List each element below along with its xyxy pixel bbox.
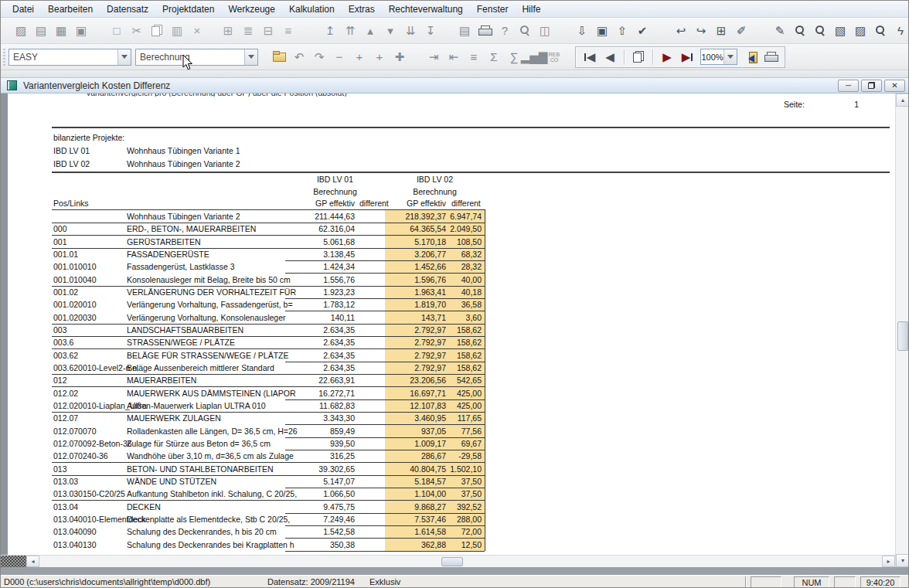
nav-prev-icon[interactable]: ◀ xyxy=(600,48,620,66)
insert-row-icon[interactable]: + xyxy=(369,48,390,66)
reb-co-icon[interactable]: REB CO xyxy=(544,48,564,66)
row-gp-effektiv-lv01: 11.682,83 xyxy=(285,401,355,410)
exit-view-icon[interactable] xyxy=(740,48,761,66)
move-page-down-icon[interactable]: ⇊ xyxy=(400,22,420,40)
nav-first-icon[interactable]: ◀ xyxy=(580,48,600,66)
minimize-button[interactable]: ─ xyxy=(838,80,859,92)
menu-item-fenster[interactable]: Fenster xyxy=(470,2,516,17)
menu-item-rechteverwaltung[interactable]: Rechteverwaltung xyxy=(382,2,470,17)
move-page-up-icon[interactable]: ⇈ xyxy=(340,22,360,40)
view-combobox-dropdown-button[interactable] xyxy=(244,49,257,65)
remove-row-icon[interactable]: − xyxy=(329,48,349,66)
zoom-select[interactable]: 100% xyxy=(700,49,737,65)
link-back-icon[interactable]: ↩ xyxy=(671,22,691,40)
row-different-lv02: 2.049,50 xyxy=(448,224,482,233)
catalog-book-icon[interactable]: ▣ xyxy=(71,22,91,40)
row-different-lv02: 108,50 xyxy=(448,237,482,246)
quick-run-icon[interactable]: ϟ xyxy=(890,22,909,40)
horizontal-scrollbar[interactable]: ◂ ▸ xyxy=(1,555,895,567)
view-combobox[interactable]: Berechnung xyxy=(135,49,258,66)
search-database-icon[interactable] xyxy=(790,22,810,40)
pointer-dart-icon[interactable]: ✐ xyxy=(731,22,751,40)
vertical-scrollbar[interactable]: ▴ ▾ xyxy=(895,93,909,567)
zoom-select-dropdown-button[interactable] xyxy=(723,49,737,64)
import-data-icon[interactable]: ⇩ xyxy=(572,22,592,40)
report-document-icon[interactable]: ▧ xyxy=(830,22,850,40)
export-document-icon[interactable]: ▨ xyxy=(850,22,870,40)
paste-icon[interactable]: ▥ xyxy=(167,22,187,40)
vertical-scroll-thumb[interactable] xyxy=(897,321,908,351)
menu-item-extras[interactable]: Extras xyxy=(342,2,382,17)
copy-icon[interactable] xyxy=(147,22,167,40)
cut-icon[interactable]: ✂ xyxy=(127,22,147,40)
move-up-icon[interactable]: ▴ xyxy=(360,22,380,40)
menu-item-datensatz[interactable]: Datensatz xyxy=(100,2,155,17)
delete-icon[interactable]: × xyxy=(187,22,207,40)
menu-item-hilfe[interactable]: Hilfe xyxy=(515,2,547,17)
document-check-icon[interactable]: ✔ xyxy=(632,22,652,40)
row-pos: 001.010010 xyxy=(53,262,96,271)
indent-left-icon[interactable]: ⇤ xyxy=(444,48,464,66)
horizontal-scroll-thumb[interactable] xyxy=(441,557,463,566)
print-preview-icon[interactable]: ▤ xyxy=(454,22,475,40)
move-down-icon[interactable]: ▾ xyxy=(380,22,400,40)
row-different-lv02: 28,32 xyxy=(448,262,482,271)
scroll-down-icon[interactable]: ▾ xyxy=(896,554,909,567)
layout-combobox-dropdown-button[interactable] xyxy=(117,49,131,65)
export-report-icon[interactable]: ⇧ xyxy=(612,22,632,40)
print-report-icon[interactable] xyxy=(761,48,781,66)
insert-special-icon[interactable]: ✚ xyxy=(390,48,410,66)
gp-effektiv-header-lv02: GP effektiv xyxy=(387,199,446,208)
window-tile-icon[interactable]: ⊞ xyxy=(711,22,731,40)
report-viewport[interactable]: Variantenvergleich pro (Berechnung über … xyxy=(1,93,895,555)
nav-next-icon[interactable]: ▶ xyxy=(657,48,677,66)
report-preview-icon[interactable]: ▤ xyxy=(31,22,51,40)
row-description: MAUERWERK AUS DÄMMSTEINEN (LIAPOR xyxy=(127,389,296,398)
layout-combobox[interactable]: EASY xyxy=(9,49,131,66)
nav-last-icon[interactable]: ▶ xyxy=(677,48,697,66)
restore-button[interactable] xyxy=(861,80,882,92)
chart-bars-icon[interactable]: ▂▅▇ xyxy=(524,48,544,66)
copy-record-icon[interactable] xyxy=(628,48,649,66)
menu-item-werkzeuge[interactable]: Werkzeuge xyxy=(221,2,281,17)
scroll-up-icon[interactable]: ▴ xyxy=(896,93,909,107)
tree-list-icon[interactable]: ≣ xyxy=(238,22,258,40)
toolbar-grip[interactable] xyxy=(3,49,5,66)
link-forward-icon[interactable]: ↪ xyxy=(691,22,711,40)
open-layout-icon[interactable] xyxy=(269,48,289,66)
chart-image-icon[interactable]: ▨ xyxy=(11,22,31,40)
insert-row-above-icon[interactable]: + xyxy=(349,48,369,66)
move-last-icon[interactable]: ↧ xyxy=(420,22,441,40)
numbered-list-icon[interactable]: ≡ xyxy=(464,48,484,66)
tree-outline-icon[interactable]: ≡ xyxy=(278,22,298,40)
row-description: Schalung des Deckenrandes, h bis 20 cm xyxy=(127,527,277,536)
row-different-lv02: 542,65 xyxy=(448,376,482,385)
scroll-left-icon[interactable]: ◂ xyxy=(26,556,39,567)
zoom-view-icon[interactable] xyxy=(515,22,535,40)
split-view-icon[interactable]: ◫ xyxy=(535,22,555,40)
table-row: 001.01FASSADENGERÜSTE3.138,453.206,7768,… xyxy=(1,248,895,261)
redo-icon[interactable]: ↷ xyxy=(309,48,329,66)
tree-insert-icon[interactable]: ⊟ xyxy=(258,22,278,40)
menu-item-kalkulation[interactable]: Kalkulation xyxy=(282,2,342,17)
menu-item-bearbeiten[interactable]: Bearbeiten xyxy=(41,2,100,17)
data-package-icon[interactable]: ▣ xyxy=(592,22,612,40)
menu-item-projektdaten[interactable]: Projektdaten xyxy=(155,2,221,17)
search-records-icon[interactable] xyxy=(810,22,830,40)
move-first-icon[interactable]: ↥ xyxy=(320,22,340,40)
new-document-icon[interactable]: □ xyxy=(107,22,127,40)
tree-expand-icon[interactable]: ⊞ xyxy=(218,22,238,40)
undo-icon[interactable]: ↶ xyxy=(289,48,309,66)
menu-item-datei[interactable]: Datei xyxy=(5,2,41,17)
sum-filter-icon[interactable]: Σ xyxy=(484,48,504,66)
print-icon[interactable] xyxy=(475,22,495,40)
scroll-right-icon[interactable]: ▸ xyxy=(882,556,895,567)
search-text-icon[interactable] xyxy=(870,22,890,40)
status-access-mode: Exklusiv xyxy=(369,577,400,586)
picture-icon[interactable]: ▦ xyxy=(51,22,71,40)
edit-pencil-icon[interactable]: ✎ xyxy=(770,22,790,40)
help-icon[interactable]: ? xyxy=(495,22,515,40)
indent-right-icon[interactable]: ⇥ xyxy=(424,48,444,66)
close-button[interactable]: ✕ xyxy=(884,80,905,92)
row-different-lv02: -29,58 xyxy=(448,451,482,461)
